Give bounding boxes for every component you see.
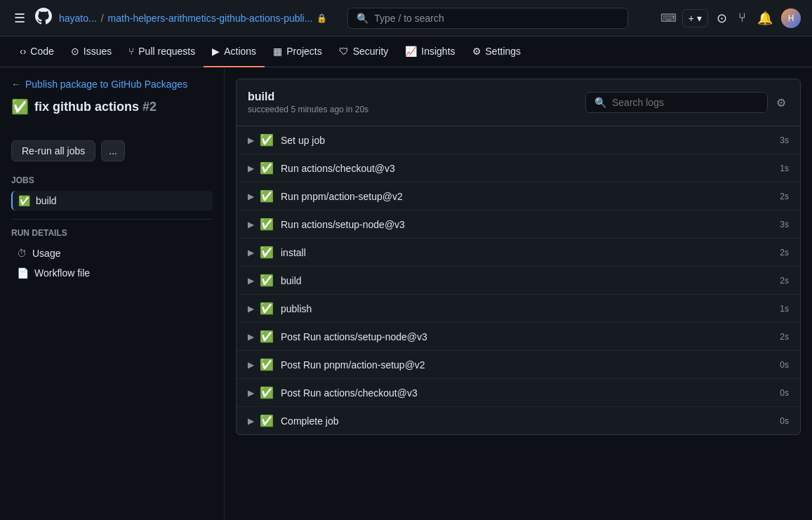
actions-icon: ▶ [212, 46, 220, 57]
step-chevron-icon: ▶ [248, 135, 254, 145]
build-panel-title: build [248, 91, 368, 103]
tab-actions[interactable]: ▶ Actions [204, 36, 265, 67]
step-row[interactable]: ▶ ✅ install 2s [237, 239, 800, 267]
tab-code[interactable]: ‹› Code [11, 36, 62, 67]
run-details-label: Run details [11, 228, 213, 238]
step-row[interactable]: ▶ ✅ Post Run actions/setup-node@v3 2s [237, 323, 800, 351]
step-success-icon: ✅ [260, 246, 274, 259]
step-row[interactable]: ▶ ✅ Run pnpm/action-setup@v2 2s [237, 182, 800, 211]
step-duration: 0s [780, 360, 789, 370]
step-duration: 2s [780, 248, 789, 258]
step-row[interactable]: ▶ ✅ publish 1s [237, 295, 800, 323]
issue-icon: ⊙ [717, 11, 727, 25]
steps-list: ▶ ✅ Set up job 3s ▶ ✅ Run actions/checko… [237, 126, 800, 434]
step-duration: 2s [780, 276, 789, 286]
step-success-icon: ✅ [260, 161, 274, 175]
issues-icon-button[interactable]: ⊙ [714, 8, 730, 29]
step-row[interactable]: ▶ ✅ build 2s [237, 267, 800, 295]
step-duration: 2s [780, 192, 789, 201]
step-name: Post Run actions/checkout@v3 [281, 387, 780, 399]
settings-icon: ⚙ [472, 46, 481, 57]
search-logs-input[interactable] [612, 97, 759, 108]
back-arrow-icon: ← [11, 79, 21, 90]
log-settings-button[interactable]: ⚙ [773, 93, 789, 112]
step-duration: 1s [780, 164, 789, 173]
step-name: Run actions/checkout@v3 [281, 163, 780, 174]
step-row[interactable]: ▶ ✅ Run actions/setup-node@v3 3s [237, 211, 800, 239]
step-duration: 3s [780, 135, 789, 145]
step-chevron-icon: ▶ [248, 192, 254, 201]
workflow-file-icon: 📄 [17, 267, 29, 279]
topbar: ☰ hayato... / math-helpers-arithmetics-g… [0, 0, 812, 36]
title-row: ✅ fix github actions #2 [11, 98, 213, 126]
topbar-right: ⌨ + ▾ ⊙ ⑂ 🔔 H [660, 8, 801, 29]
usage-label: Usage [32, 248, 60, 259]
step-row[interactable]: ▶ ✅ Set up job 3s [237, 126, 800, 154]
build-info: build succeeded 5 minutes ago in 20s [248, 91, 368, 114]
search-logs-field[interactable]: 🔍 [585, 92, 768, 113]
search-bar[interactable]: 🔍 Type / to search [347, 8, 628, 29]
page-title: ✅ fix github actions #2 [11, 98, 157, 115]
tab-settings[interactable]: ⚙ Settings [464, 36, 530, 67]
step-chevron-icon: ▶ [248, 248, 254, 258]
github-logo [35, 8, 52, 29]
back-link[interactable]: ← Publish package to GitHub Packages [11, 79, 213, 90]
step-row[interactable]: ▶ ✅ Run actions/checkout@v3 1s [237, 154, 800, 182]
projects-icon: ▦ [273, 46, 282, 57]
search-logs-icon: 🔍 [594, 97, 606, 108]
tab-actions-label: Actions [224, 46, 256, 57]
chevron-down-icon: ▾ [697, 13, 702, 24]
owner-link[interactable]: hayato... [59, 13, 97, 24]
pr-nav-icon: ⑂ [738, 11, 746, 25]
build-job-label: build [36, 195, 57, 206]
sidebar-item-build[interactable]: ✅ build [11, 191, 213, 211]
repo-nav: ‹› Code ⊙ Issues ⑂ Pull requests ▶ Actio… [0, 36, 812, 67]
tab-pr-label: Pull requests [138, 46, 195, 57]
step-name: Set up job [281, 135, 780, 146]
step-success-icon: ✅ [260, 386, 274, 399]
step-success-icon: ✅ [260, 189, 274, 203]
step-row[interactable]: ▶ ✅ Post Run pnpm/action-setup@v2 0s [237, 351, 800, 379]
hamburger-button[interactable]: ☰ [11, 8, 28, 29]
step-row[interactable]: ▶ ✅ Post Run actions/checkout@v3 0s [237, 379, 800, 407]
content-area: build succeeded 5 minutes ago in 20s 🔍 ⚙… [225, 67, 812, 520]
repo-link[interactable]: math-helpers-arithmetics-github-actions-… [108, 13, 313, 24]
inbox-icon: 🔔 [757, 11, 773, 25]
run-title: fix github actions #2 [34, 100, 157, 114]
step-success-icon: ✅ [260, 302, 274, 315]
sidebar-item-workflow-file[interactable]: 📄 Workflow file [11, 263, 213, 283]
sidebar-item-usage[interactable]: ⏱ Usage [11, 244, 213, 263]
issues-icon: ⊙ [71, 46, 79, 57]
avatar[interactable]: H [781, 8, 801, 28]
new-button[interactable]: + ▾ [682, 9, 708, 27]
step-success-icon: ✅ [260, 218, 274, 231]
back-link-text: Publish package to GitHub Packages [25, 79, 187, 90]
main-container: ← Publish package to GitHub Packages ✅ f… [0, 67, 812, 520]
gear-icon: ⚙ [776, 97, 786, 109]
tab-pull-requests[interactable]: ⑂ Pull requests [120, 36, 204, 67]
pr-icon-button[interactable]: ⑂ [736, 8, 749, 28]
build-success-icon: ✅ [18, 195, 30, 206]
tab-security[interactable]: 🛡 Security [331, 36, 397, 67]
header-settings: 🔍 ⚙ [585, 92, 789, 113]
step-name: install [281, 247, 780, 258]
step-name: build [281, 275, 780, 286]
tab-projects[interactable]: ▦ Projects [265, 36, 331, 67]
step-row[interactable]: ▶ ✅ Complete job 0s [237, 407, 800, 434]
search-placeholder-text: Type / to search [374, 13, 444, 24]
code-icon: ‹› [20, 46, 26, 57]
tab-insights[interactable]: 📈 Insights [397, 36, 463, 67]
hamburger-icon: ☰ [14, 11, 25, 25]
lock-icon: 🔒 [317, 13, 327, 23]
rerun-all-jobs-button[interactable]: Re-run all jobs [11, 140, 95, 161]
more-options-button[interactable]: ... [101, 140, 125, 161]
success-icon: ✅ [11, 98, 29, 115]
rerun-area: Re-run all jobs ... [11, 140, 213, 161]
step-duration: 3s [780, 220, 789, 229]
tab-issues[interactable]: ⊙ Issues [62, 36, 120, 67]
step-duration: 2s [780, 332, 789, 342]
build-header: build succeeded 5 minutes ago in 20s 🔍 ⚙ [237, 79, 800, 126]
step-duration: 0s [780, 416, 789, 426]
inbox-button[interactable]: 🔔 [754, 8, 776, 29]
step-success-icon: ✅ [260, 358, 274, 371]
